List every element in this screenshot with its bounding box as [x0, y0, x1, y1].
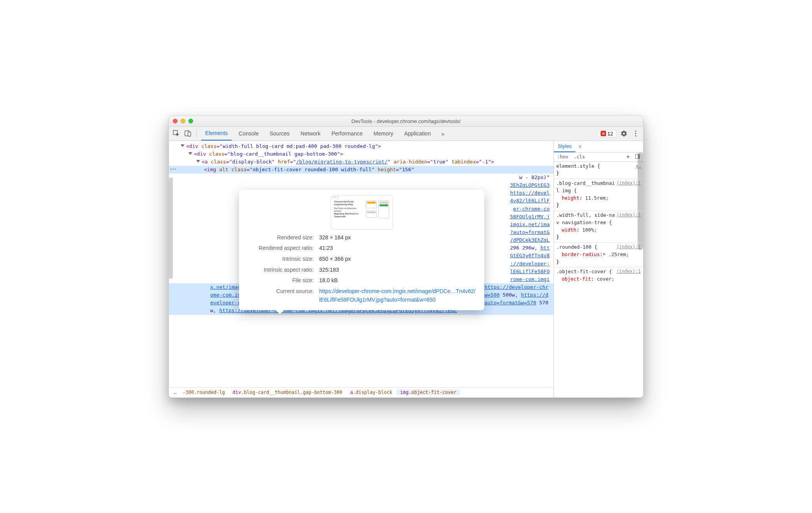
- styles-tabs-overflow-icon[interactable]: »: [575, 144, 584, 149]
- close-window-button[interactable]: [173, 119, 178, 123]
- error-count-badge[interactable]: ✕ 12: [597, 130, 617, 137]
- dom-node-div-blog-card[interactable]: <div class="width-full blog-card md:pad-…: [169, 142, 554, 150]
- rule-blog-card-thumbnail-img[interactable]: (index):1 .blog-card__thumbnail img { he…: [554, 179, 643, 211]
- kebab-menu-icon[interactable]: [630, 128, 642, 139]
- tab-performance[interactable]: Performance: [327, 127, 366, 141]
- intrinsic-ar-value: 325∶183: [319, 266, 476, 274]
- dom-tree[interactable]: <div class="width-full blog-card md:pad-…: [169, 141, 554, 387]
- rendered-size-value: 328 × 184 px: [319, 234, 476, 242]
- breadcrumb: … -300.rounded-lg div.blog-card__thumbna…: [169, 387, 554, 397]
- window-title: DevTools - developer.chrome.com/tags/dev…: [173, 118, 639, 124]
- expand-shorthand-icon[interactable]: [603, 253, 605, 256]
- tab-console[interactable]: Console: [235, 127, 262, 141]
- rule-element-style[interactable]: AA element.style { }: [554, 162, 643, 179]
- intrinsic-size-value: 650 × 366 px: [319, 255, 476, 264]
- crumb-3[interactable]: a.display-block: [346, 390, 396, 395]
- new-style-rule-icon[interactable]: +: [625, 153, 631, 160]
- panel-body: <div class="width-full blog-card md:pad-…: [169, 141, 643, 397]
- tab-network[interactable]: Network: [297, 127, 324, 141]
- svg-point-5: [635, 135, 636, 136]
- svg-rect-2: [188, 132, 191, 136]
- intrinsic-size-label: Intrinsic size:: [248, 255, 314, 264]
- tab-elements[interactable]: Elements: [201, 127, 232, 141]
- gutter-overflow-icon: •••: [169, 166, 176, 172]
- tab-sources[interactable]: Sources: [266, 127, 294, 141]
- current-source-value[interactable]: https://developer-chrome-com.imgix.net/i…: [319, 287, 476, 304]
- svg-point-4: [635, 133, 636, 134]
- expand-toggle-icon[interactable]: [196, 160, 200, 163]
- rule-source-link[interactable]: (index):1: [617, 268, 641, 275]
- style-rules: AA element.style { } (index):1 .blog-car…: [554, 162, 643, 397]
- titlebar: DevTools - developer.chrome.com/tags/dev…: [169, 116, 643, 127]
- svg-point-3: [635, 130, 636, 132]
- styles-panel: Styles » :hov .cls + AA element.style { …: [554, 141, 643, 397]
- panel-tabs: Elements Console Sources Network Perform…: [199, 127, 437, 141]
- tab-application[interactable]: Application: [400, 127, 435, 141]
- rule-width-full[interactable]: (index):1 .width-full, side-nav navigati…: [554, 211, 643, 243]
- error-count: 12: [608, 131, 613, 137]
- dom-node-a[interactable]: <a class="display-block" href="/blog/mig…: [169, 158, 554, 166]
- rule-source-link[interactable]: (index):1: [617, 212, 641, 218]
- rendered-size-label: Rendered size:: [248, 234, 314, 242]
- rule-source-link[interactable]: (index):1: [617, 244, 641, 250]
- image-info-popover: Chrome DevTools engineering blog DevTool…: [239, 190, 484, 311]
- cls-toggle[interactable]: .cls: [572, 154, 587, 160]
- styles-toolbar: :hov .cls +: [554, 153, 643, 162]
- zoom-window-button[interactable]: [188, 119, 193, 123]
- tab-styles[interactable]: Styles: [554, 141, 575, 152]
- image-preview: Chrome DevTools engineering blog DevTool…: [330, 195, 393, 230]
- rule-object-fit-cover[interactable]: (index):1 .object-fit-cover { object-fit…: [554, 267, 643, 285]
- hov-toggle[interactable]: :hov: [555, 154, 570, 160]
- dom-node-div-thumbnail[interactable]: <div class="blog-card__thumbnail gap-bot…: [169, 150, 554, 158]
- devtools-tabbar: Elements Console Sources Network Perform…: [169, 127, 643, 141]
- crumb-1[interactable]: -300.rounded-lg: [179, 390, 228, 395]
- rendered-ar-value: 41∶23: [319, 244, 476, 253]
- rule-rounded-100[interactable]: (index):1 .rounded-100 { border-radius: …: [554, 243, 643, 267]
- elements-panel: <div class="width-full blog-card md:pad-…: [169, 141, 554, 397]
- tabs-overflow-icon[interactable]: »: [437, 128, 449, 139]
- inspect-element-icon[interactable]: [170, 128, 182, 139]
- rule-source-link[interactable]: (index):1: [617, 180, 641, 186]
- file-size-label: File size:: [248, 276, 314, 285]
- devtools-window: DevTools - developer.chrome.com/tags/dev…: [169, 116, 643, 398]
- dom-node-img-selected[interactable]: ••• <img alt class="object-fit-cover rou…: [169, 166, 554, 174]
- font-size-icon[interactable]: AA: [635, 163, 641, 172]
- rendered-ar-label: Rendered aspect ratio:: [248, 244, 314, 253]
- expand-toggle-icon[interactable]: [181, 144, 185, 147]
- crumb-4-selected[interactable]: img.object-fit-cover: [396, 390, 460, 395]
- intrinsic-ar-label: Intrinsic aspect ratio:: [248, 266, 314, 274]
- image-info-table: Rendered size: 328 × 184 px Rendered asp…: [248, 234, 476, 304]
- tab-memory[interactable]: Memory: [370, 127, 397, 141]
- crumb-overflow-left[interactable]: …: [171, 390, 179, 395]
- styles-tabs: Styles »: [554, 141, 643, 153]
- expand-toggle-icon[interactable]: [188, 152, 192, 155]
- divider: [196, 130, 197, 137]
- current-source-label: Current source:: [248, 287, 314, 304]
- settings-icon[interactable]: [618, 128, 630, 139]
- traffic-lights: [173, 119, 193, 123]
- crumb-2[interactable]: div.blog-card__thumbnail.gap-bottom-300: [229, 390, 346, 395]
- error-icon: ✕: [601, 131, 606, 136]
- minimize-window-button[interactable]: [181, 119, 185, 123]
- device-toolbar-icon[interactable]: [182, 128, 194, 139]
- file-size-value: 18.0 kB: [319, 276, 476, 285]
